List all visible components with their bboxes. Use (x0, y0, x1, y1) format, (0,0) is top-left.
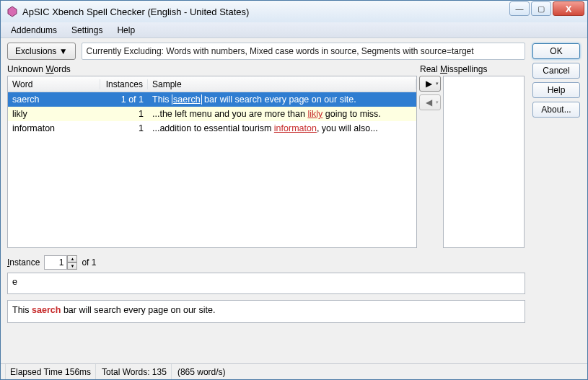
middle-row: Word Instances Sample saerch1 of 1This s… (7, 76, 525, 248)
instance-label: Instance (7, 257, 40, 268)
menu-bar: Addendums Settings Help (1, 22, 587, 38)
ok-button[interactable]: OK (532, 43, 580, 59)
status-total-words: Total Words: 135 (97, 364, 172, 379)
table-header: Word Instances Sample (8, 76, 416, 92)
table-rows: saerch1 of 1This saerch bar will search … (8, 92, 416, 247)
window-title: ApSIC Xbench Spell Checker (English - Un… (22, 6, 249, 17)
instance-spinner: ▲ ▼ (44, 255, 77, 270)
col-sample[interactable]: Sample (148, 79, 416, 89)
cancel-button[interactable]: Cancel (532, 63, 580, 79)
body: Exclusions ▼ Currently Excluding: Words … (1, 38, 587, 363)
status-elapsed: Elapsed Time 156ms (5, 364, 96, 379)
unknown-words-label: Unknown Words (7, 64, 420, 74)
real-misspellings-label: Real Misspellings (420, 64, 525, 74)
context-box: This saerch bar will search every page o… (7, 300, 525, 323)
status-bar: Elapsed Time 156ms Total Words: 135 (865… (1, 363, 587, 379)
instance-input[interactable] (44, 255, 67, 270)
spin-up-button[interactable]: ▲ (67, 255, 77, 262)
move-right-button[interactable]: ▶▾ (419, 76, 441, 92)
misspelled-word: saerch (32, 305, 61, 315)
instance-row: Instance ▲ ▼ of 1 (7, 252, 525, 273)
app-window: ApSIC Xbench Spell Checker (English - Un… (0, 0, 588, 380)
maximize-button[interactable]: ▢ (531, 1, 551, 16)
table-row[interactable]: informaton1...addition to essential tour… (8, 121, 416, 136)
top-row: Exclusions ▼ Currently Excluding: Words … (7, 43, 525, 60)
title-bar[interactable]: ApSIC Xbench Spell Checker (English - Un… (1, 1, 587, 22)
close-button[interactable]: X (553, 1, 584, 16)
move-left-button[interactable]: ◀▾ (419, 94, 441, 110)
exclusions-display: Currently Excluding: Words with numbers,… (82, 43, 525, 60)
help-button[interactable]: Help (532, 82, 580, 98)
window-controls: — ▢ X (509, 1, 584, 16)
svg-marker-0 (8, 6, 17, 17)
about-button[interactable]: About... (532, 102, 580, 118)
suggestion-box[interactable]: e (7, 273, 525, 294)
minimize-button[interactable]: — (509, 1, 530, 16)
menu-settings[interactable]: Settings (64, 24, 110, 37)
section-labels: Unknown Words Real Misspellings (7, 64, 525, 74)
left-panel: Exclusions ▼ Currently Excluding: Words … (1, 38, 530, 363)
col-instances[interactable]: Instances (100, 79, 148, 89)
app-icon (6, 6, 18, 17)
table-row[interactable]: saerch1 of 1This saerch bar will search … (8, 92, 416, 107)
menu-help[interactable]: Help (110, 24, 142, 37)
instance-of-label: of 1 (82, 257, 96, 268)
status-rate: (865 word/s) (173, 364, 230, 379)
spin-down-button[interactable]: ▼ (67, 262, 77, 270)
unknown-words-table[interactable]: Word Instances Sample saerch1 of 1This s… (7, 76, 417, 248)
exclusions-button[interactable]: Exclusions ▼ (7, 43, 76, 60)
right-button-panel: OK Cancel Help About... (530, 38, 587, 363)
menu-addendums[interactable]: Addendums (4, 24, 64, 37)
real-misspellings-list[interactable] (443, 76, 525, 248)
table-row[interactable]: likly1...the left menu and you are more … (8, 107, 416, 121)
col-word[interactable]: Word (8, 79, 100, 89)
move-buttons: ▶▾ ◀▾ (418, 76, 442, 248)
